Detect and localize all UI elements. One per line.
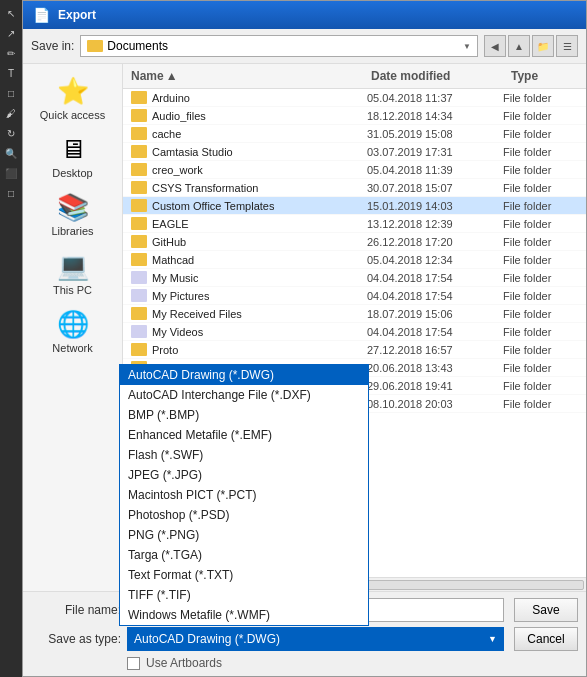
file-row[interactable]: GitHub26.12.2018 17:20File folder [123,233,586,251]
dropdown-item[interactable]: Text Format (*.TXT) [120,565,368,585]
libraries-icon: 📚 [57,192,89,223]
tool-select[interactable]: ↖ [2,4,20,22]
new-folder-button[interactable]: 📁 [532,35,554,57]
file-row[interactable]: Audio_files18.12.2018 14:34File folder [123,107,586,125]
file-row[interactable]: CSYS Transformation30.07.2018 15:07File … [123,179,586,197]
file-row[interactable]: cache31.05.2019 15:08File folder [123,125,586,143]
file-type-cell: File folder [503,344,586,356]
save-as-type-dropdown[interactable]: AutoCAD Drawing (*.DWG)AutoCAD Interchan… [119,364,369,626]
file-type-cell: File folder [503,110,586,122]
file-type-cell: File folder [503,380,586,392]
file-row[interactable]: Custom Office Templates15.01.2019 14:03F… [123,197,586,215]
dropdown-item[interactable]: JPEG (*.JPG) [120,465,368,485]
up-button[interactable]: ▲ [508,35,530,57]
dropdown-item[interactable]: Targa (*.TGA) [120,545,368,565]
file-type-cell: File folder [503,398,586,410]
dropdown-item[interactable]: Flash (*.SWF) [120,445,368,465]
file-row[interactable]: Mathcad05.04.2018 12:34File folder [123,251,586,269]
file-date-cell: 18.07.2019 15:06 [363,308,503,320]
save-in-combo-text: Documents [87,39,168,53]
title-bar: 📄 Export [23,1,586,29]
folder-icon [131,109,147,122]
sidebar-label-desktop: Desktop [52,167,92,180]
col-header-name[interactable]: Name ▲ [123,67,363,85]
file-name-cell: Mathcad [123,253,363,266]
file-row[interactable]: Proto27.12.2018 16:57File folder [123,341,586,359]
file-row[interactable]: My Pictures04.04.2018 17:54File folder [123,287,586,305]
file-name-text: Custom Office Templates [152,200,274,212]
file-row[interactable]: EAGLE13.12.2018 12:39File folder [123,215,586,233]
file-name-text: GitHub [152,236,186,248]
col-header-date[interactable]: Date modified [363,67,503,85]
tool-fill[interactable]: ⬛ [2,164,20,182]
sidebar-item-this-pc[interactable]: 💻 This PC [28,247,118,301]
illustrator-toolbar: ↖ ↗ ✏ T □ 🖌 ↻ 🔍 ⬛ □ [0,0,22,677]
dropdown-item[interactable]: Windows Metafile (*.WMF) [120,605,368,625]
file-row[interactable]: My Received Files18.07.2019 15:06File fo… [123,305,586,323]
dropdown-item[interactable]: Enhanced Metafile (*.EMF) [120,425,368,445]
save-as-type-combo[interactable]: AutoCAD Drawing (*.DWG) ▼ [127,627,504,651]
dropdown-item[interactable]: Macintosh PICT (*.PCT) [120,485,368,505]
tool-brush[interactable]: 🖌 [2,104,20,122]
save-as-type-label: Save as type: [31,632,121,646]
file-date-cell: 15.01.2019 14:03 [363,200,503,212]
folder-icon [131,289,147,302]
file-name-text: Camtasia Studio [152,146,233,158]
sidebar-item-libraries[interactable]: 📚 Libraries [28,188,118,242]
file-name-cell: Audio_files [123,109,363,122]
folder-icon [131,217,147,230]
tool-rotate[interactable]: ↻ [2,124,20,142]
tool-rect[interactable]: □ [2,84,20,102]
file-date-cell: 20.06.2018 13:43 [363,362,503,374]
dropdown-item[interactable]: BMP (*.BMP) [120,405,368,425]
tool-direct[interactable]: ↗ [2,24,20,42]
save-button[interactable]: Save [514,598,578,622]
dropdown-item[interactable]: TIFF (*.TIF) [120,585,368,605]
tool-type[interactable]: T [2,64,20,82]
file-type-cell: File folder [503,92,586,104]
views-button[interactable]: ☰ [556,35,578,57]
folder-icon [131,127,147,140]
file-row[interactable]: My Videos04.04.2018 17:54File folder [123,323,586,341]
action-buttons: Save [514,598,578,622]
save-in-label: Save in: [31,39,74,53]
save-in-row: Save in: Documents ▼ ◀ ▲ 📁 ☰ [23,29,586,64]
file-row[interactable]: My Music04.04.2018 17:54File folder [123,269,586,287]
save-in-combo[interactable]: Documents ▼ [80,35,478,57]
file-type-cell: File folder [503,200,586,212]
file-name-label: File name: [31,603,121,617]
file-date-cell: 18.12.2018 14:34 [363,110,503,122]
file-name-text: EAGLE [152,218,189,230]
tool-pen[interactable]: ✏ [2,44,20,62]
tool-stroke[interactable]: □ [2,184,20,202]
file-date-cell: 27.12.2018 16:57 [363,344,503,356]
dropdown-item[interactable]: AutoCAD Interchange File (*.DXF) [120,385,368,405]
sidebar-item-network[interactable]: 🌐 Network [28,305,118,359]
cancel-button[interactable]: Cancel [514,627,578,651]
file-name-cell: My Received Files [123,307,363,320]
file-type-cell: File folder [503,272,586,284]
dropdown-item[interactable]: Photoshop (*.PSD) [120,505,368,525]
sidebar-item-desktop[interactable]: 🖥 Desktop [28,130,118,184]
dropdown-item[interactable]: AutoCAD Drawing (*.DWG) [120,365,368,385]
saveas-row: Save as type: AutoCAD Drawing (*.DWG) ▼ … [31,627,578,651]
file-name-text: Arduino [152,92,190,104]
back-button[interactable]: ◀ [484,35,506,57]
file-type-cell: File folder [503,362,586,374]
file-date-cell: 04.04.2018 17:54 [363,272,503,284]
col-header-type[interactable]: Type [503,67,586,85]
folder-icon [131,163,147,176]
artboards-row: Use Artboards [31,656,578,670]
use-artboards-checkbox[interactable] [127,657,140,670]
file-type-cell: File folder [503,218,586,230]
dropdown-item[interactable]: PNG (*.PNG) [120,525,368,545]
file-row[interactable]: Arduino05.04.2018 11:37File folder [123,89,586,107]
file-date-cell: 05.04.2018 11:39 [363,164,503,176]
file-row[interactable]: Camtasia Studio03.07.2019 17:31File fold… [123,143,586,161]
folder-icon [131,325,147,338]
nav-buttons: ◀ ▲ 📁 ☰ [484,35,578,57]
sidebar-item-quick-access[interactable]: ⭐ Quick access [28,72,118,126]
tool-zoom[interactable]: 🔍 [2,144,20,162]
file-row[interactable]: creo_work05.04.2018 11:39File folder [123,161,586,179]
this-pc-icon: 💻 [57,251,89,282]
